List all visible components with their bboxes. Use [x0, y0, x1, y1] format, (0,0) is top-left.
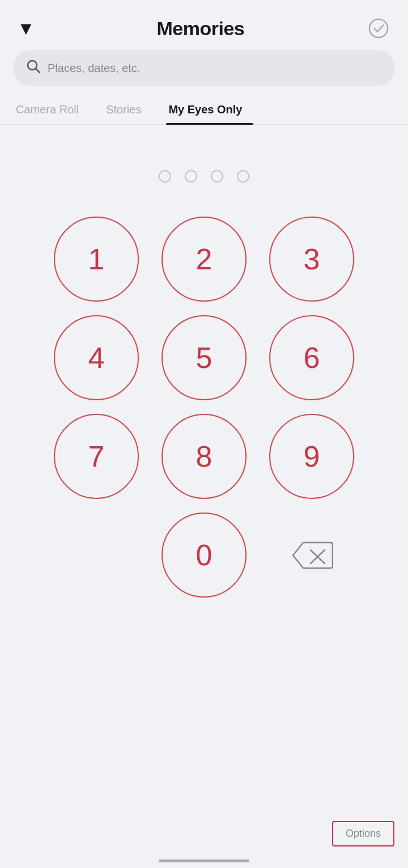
key-5-button[interactable]: 5 [162, 315, 246, 400]
key-2-button[interactable]: 2 [162, 217, 246, 302]
key-1-button[interactable]: 1 [54, 217, 139, 302]
pin-dot-3 [211, 170, 223, 183]
keypad-row-2: 4 5 6 [54, 315, 354, 400]
keypad-row-3: 7 8 9 [54, 414, 354, 499]
backspace-icon [291, 540, 333, 571]
pin-dots [159, 170, 249, 183]
keypad-row-4: 0 [54, 513, 354, 598]
key-9-button[interactable]: 9 [269, 414, 354, 499]
key-3-button[interactable]: 3 [269, 217, 354, 302]
search-icon [26, 59, 41, 77]
back-chevron-button[interactable]: ▼ [17, 19, 35, 37]
search-bar-container: Places, dates, etc. [0, 50, 408, 95]
pin-area: 1 2 3 4 5 6 7 8 9 0 [0, 125, 408, 609]
key-8-button[interactable]: 8 [162, 414, 246, 499]
search-input-placeholder: Places, dates, etc. [48, 62, 140, 75]
tabs-container: Camera Roll Stories My Eyes Only [0, 95, 408, 125]
pin-dot-1 [159, 170, 171, 183]
svg-point-0 [369, 19, 388, 37]
checkmark-circle-icon [368, 18, 389, 39]
header: ▼ Memories [0, 0, 408, 50]
pin-dot-2 [185, 170, 197, 183]
home-indicator [159, 859, 249, 862]
page-title: Memories [156, 18, 244, 40]
key-0-button[interactable]: 0 [162, 513, 246, 598]
key-4-button[interactable]: 4 [54, 315, 139, 400]
backspace-button[interactable] [269, 513, 354, 598]
svg-line-2 [36, 69, 40, 73]
search-bar[interactable]: Places, dates, etc. [14, 50, 394, 86]
tab-camera-roll[interactable]: Camera Roll [14, 95, 90, 124]
key-7-button[interactable]: 7 [54, 414, 139, 499]
keypad-row-1: 1 2 3 [54, 217, 354, 302]
empty-placeholder [54, 513, 139, 598]
options-button[interactable]: Options [332, 821, 394, 846]
pin-dot-4 [237, 170, 249, 183]
tab-my-eyes-only[interactable]: My Eyes Only [166, 95, 253, 124]
keypad: 1 2 3 4 5 6 7 8 9 0 [23, 217, 385, 598]
check-button[interactable] [366, 16, 391, 41]
key-6-button[interactable]: 6 [269, 315, 354, 400]
tab-stories[interactable]: Stories [104, 95, 152, 124]
